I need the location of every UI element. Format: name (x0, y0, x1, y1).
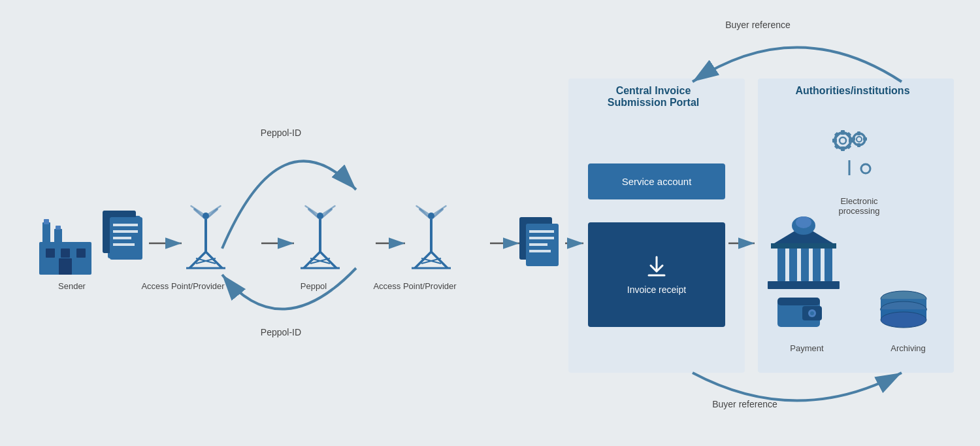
svg-rect-82 (771, 243, 836, 249)
svg-point-26 (203, 213, 209, 219)
svg-rect-53 (529, 237, 554, 239)
svg-rect-7 (44, 219, 49, 224)
svg-rect-54 (529, 243, 547, 246)
svg-point-59 (840, 137, 846, 144)
diagram-container: Central Invoice Submission Portal Author… (0, 0, 980, 446)
document-icon-sender-front (110, 217, 142, 260)
svg-point-42 (428, 213, 434, 219)
svg-rect-87 (777, 298, 820, 305)
database-icon (881, 291, 926, 328)
svg-rect-60 (841, 130, 845, 135)
svg-rect-11 (76, 249, 86, 258)
document-icon-right-front (526, 224, 559, 266)
tower-icon-2 (412, 206, 451, 268)
svg-rect-61 (841, 146, 845, 151)
svg-point-75 (861, 164, 870, 173)
tower-icon-1 (186, 206, 225, 268)
svg-rect-80 (825, 245, 832, 281)
gear-icon (832, 130, 867, 151)
svg-rect-79 (813, 245, 821, 281)
svg-rect-70 (857, 131, 860, 135)
wallet-icon (777, 298, 822, 327)
svg-rect-62 (832, 139, 837, 143)
svg-rect-24 (113, 243, 135, 246)
svg-rect-12 (59, 258, 72, 275)
svg-rect-6 (54, 229, 62, 245)
main-svg (0, 0, 980, 446)
svg-rect-78 (801, 245, 809, 281)
svg-rect-73 (863, 137, 867, 141)
svg-rect-23 (113, 237, 131, 239)
svg-point-85 (796, 216, 811, 228)
svg-point-69 (857, 137, 862, 142)
tower-icon-peppol (301, 206, 340, 268)
svg-rect-71 (857, 143, 860, 147)
svg-rect-52 (529, 230, 554, 233)
svg-rect-55 (529, 250, 551, 252)
svg-rect-10 (61, 249, 70, 258)
svg-rect-22 (113, 230, 138, 233)
svg-rect-21 (113, 224, 138, 226)
svg-rect-72 (851, 137, 855, 141)
svg-point-34 (317, 213, 323, 219)
institution-icon (768, 216, 840, 289)
sender-icon (39, 219, 91, 275)
svg-rect-77 (789, 245, 797, 281)
svg-rect-76 (777, 245, 785, 281)
svg-rect-83 (768, 281, 840, 289)
svg-rect-9 (46, 249, 55, 258)
svg-rect-8 (56, 226, 61, 230)
svg-point-90 (810, 311, 814, 315)
svg-rect-5 (42, 222, 50, 245)
